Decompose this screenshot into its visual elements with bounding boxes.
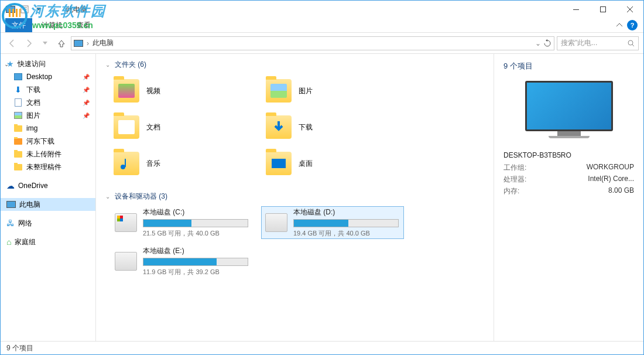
qat-dropdown[interactable] (32, 3, 45, 16)
sidebar-item-label: 未整理稿件 (26, 162, 61, 172)
details-pane: 9 个项目 DESKTOP-B3TB5RO 工作组:WORKGROUP处理器:I… (494, 54, 643, 341)
sidebar-item-icon (13, 111, 23, 120)
tab-view[interactable]: 查看 (70, 18, 98, 32)
drive-item-2[interactable]: 本地磁盘 (E:) 11.9 GB 可用，共 39.2 GB (111, 245, 254, 278)
computer-icon (525, 81, 613, 139)
qat-properties[interactable] (18, 3, 31, 16)
folder-item-image[interactable]: 图片 (263, 74, 404, 107)
details-value: WORKGROUP (587, 163, 634, 173)
status-bar: 9 个项目 (1, 341, 643, 354)
address-dropdown-icon[interactable]: ⌄ (535, 39, 541, 47)
address-sep-icon: › (87, 39, 89, 47)
svg-line-6 (632, 45, 634, 46)
details-row: 内存:8.00 GB (503, 186, 634, 196)
drive-free-text: 11.9 GB 可用，共 39.2 GB (143, 268, 251, 277)
cloud-icon: ☁ (6, 181, 15, 190)
sidebar-item-7[interactable]: 未整理稿件 (1, 161, 95, 173)
details-title: 9 个项目 (503, 61, 634, 71)
sidebar-item-label: img (26, 124, 37, 132)
sidebar-label: 家庭组 (15, 237, 36, 247)
details-label: 工作组: (503, 163, 526, 173)
file-tab[interactable]: 文件 (5, 18, 32, 32)
help-icon[interactable]: ? (627, 20, 638, 30)
refresh-icon[interactable] (543, 39, 551, 47)
sidebar-item-0[interactable]: Desktop 📌 (1, 70, 95, 83)
folder-item-download[interactable]: 下载 (263, 111, 404, 144)
sidebar-this-pc[interactable]: 此电脑 (1, 198, 95, 211)
pc-icon (6, 201, 16, 208)
address-box[interactable]: › 此电脑 ⌄ (71, 36, 554, 50)
maximize-button[interactable] (590, 1, 616, 18)
pin-icon: 📌 (83, 74, 90, 80)
sidebar-item-3[interactable]: 图片 📌 (1, 109, 95, 122)
forward-button[interactable] (22, 36, 36, 50)
qat-icon-pc[interactable] (4, 3, 17, 16)
svg-point-5 (628, 40, 633, 45)
details-value: 8.00 GB (608, 186, 634, 196)
drive-capacity-bar (293, 219, 399, 227)
up-button[interactable] (54, 36, 68, 50)
recent-dropdown[interactable] (38, 36, 52, 50)
chevron-down-icon[interactable]: ⌄ (4, 61, 9, 67)
folder-label: 图片 (299, 86, 313, 96)
folder-item-doc[interactable]: 文档 (111, 111, 252, 144)
sidebar-label: 此电脑 (19, 200, 40, 210)
sidebar-item-1[interactable]: ⬇ 下载 📌 (1, 83, 95, 96)
back-button[interactable] (5, 36, 19, 50)
search-placeholder: 搜索"此电... (561, 38, 597, 48)
network-icon: 🖧 (6, 219, 15, 228)
address-crumb[interactable]: 此电脑 (93, 38, 114, 48)
folder-item-desktop[interactable]: 桌面 (263, 147, 404, 180)
folder-icon (266, 79, 292, 103)
drive-icon (115, 252, 137, 271)
drive-icon (265, 213, 287, 232)
sidebar-item-icon (13, 72, 23, 81)
sidebar-item-label: 文档 (26, 98, 40, 108)
details-row: 处理器:Intel(R) Core... (503, 175, 634, 185)
window-title: 此电脑 (66, 5, 87, 15)
sidebar-quick-access[interactable]: ⌄ ★ 快速访问 (1, 57, 95, 70)
search-input[interactable]: 搜索"此电... (557, 36, 639, 50)
folder-label: 视频 (146, 86, 160, 96)
folder-item-music[interactable]: 音乐 (111, 147, 252, 180)
folders-section-header[interactable]: ⌄ 文件夹 (6) (105, 60, 484, 70)
drive-name: 本地磁盘 (C:) (143, 207, 251, 217)
sidebar-item-2[interactable]: 文档 📌 (1, 96, 95, 109)
sidebar-item-icon (13, 149, 23, 159)
sidebar-item-6[interactable]: 未上传附件 (1, 148, 95, 161)
folder-item-video[interactable]: 视频 (111, 74, 252, 107)
folder-label: 桌面 (299, 159, 313, 169)
address-pc-icon (74, 40, 83, 47)
sidebar-onedrive[interactable]: ☁ OneDrive (1, 179, 95, 192)
ribbon-tabs: 文件 计算机 查看 ? (1, 18, 643, 33)
sidebar-label: 快速访问 (18, 59, 46, 69)
minimize-button[interactable] (563, 1, 590, 18)
ribbon-expand-icon[interactable] (616, 22, 622, 28)
svg-rect-3 (573, 9, 579, 10)
details-label: 处理器: (503, 175, 526, 185)
folder-icon (266, 152, 292, 175)
folder-icon (266, 115, 292, 139)
drives-section-header[interactable]: ⌄ 设备和驱动器 (3) (105, 192, 484, 202)
close-button[interactable] (616, 1, 643, 18)
sidebar-network[interactable]: 🖧 网络 (1, 217, 95, 230)
drive-icon (115, 213, 137, 232)
details-label: 内存: (503, 186, 519, 196)
drive-item-1[interactable]: 本地磁盘 (D:) 19.4 GB 可用，共 40.0 GB (261, 206, 404, 239)
folder-label: 文档 (146, 122, 160, 132)
drive-name: 本地磁盘 (E:) (143, 246, 251, 256)
navigation-sidebar: ⌄ ★ 快速访问 Desktop 📌⬇ 下载 📌 文档 📌 图片 📌 img 河… (1, 54, 96, 341)
folder-icon (114, 152, 139, 175)
chevron-down-icon: ⌄ (105, 193, 110, 200)
address-bar: › 此电脑 ⌄ 搜索"此电... (1, 33, 643, 54)
drive-item-0[interactable]: 本地磁盘 (C:) 21.5 GB 可用，共 40.0 GB (111, 206, 254, 239)
svg-rect-8 (125, 159, 126, 167)
sidebar-homegroup[interactable]: ⌂ 家庭组 (1, 235, 95, 248)
sidebar-item-4[interactable]: img (1, 122, 95, 135)
drive-capacity-bar (143, 258, 248, 266)
sidebar-item-5[interactable]: 河东下载 (1, 135, 95, 148)
folder-icon (114, 115, 139, 139)
tab-computer[interactable]: 计算机 (35, 18, 70, 32)
content-pane: ⌄ 文件夹 (6) 视频 图片 文档 下载 音乐 桌面 ⌄ 设备和驱动器 (3)… (96, 54, 494, 341)
folder-label: 下载 (299, 122, 313, 132)
